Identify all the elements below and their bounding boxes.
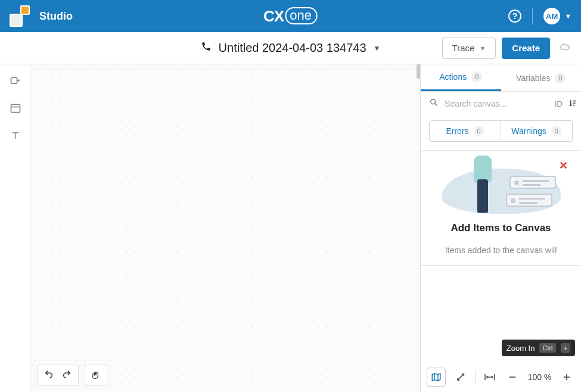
- undo-button[interactable]: [44, 369, 54, 381]
- brand-one: one: [285, 7, 318, 24]
- svg-rect-1: [11, 104, 20, 112]
- empty-state: ✕ Add Items to Canvas Items added to the…: [421, 151, 581, 266]
- document-title-group[interactable]: Untitled 2024-04-03 134743 ▼: [201, 41, 381, 55]
- kbd-plus: +: [561, 343, 570, 353]
- trace-label: Trace: [452, 43, 475, 53]
- errors-button[interactable]: Errors 0: [429, 120, 501, 142]
- divider: [475, 370, 476, 384]
- empty-description: Items added to the canvas will: [428, 245, 574, 257]
- fullscreen-button[interactable]: [452, 368, 468, 386]
- help-button[interactable]: ?: [508, 10, 521, 23]
- action-tool-button[interactable]: [7, 73, 24, 89]
- create-label: Create: [512, 43, 540, 53]
- fit-width-button[interactable]: [481, 368, 498, 386]
- zoom-in-tooltip: Zoom In Ctrl +: [502, 340, 575, 356]
- empty-title: Add Items to Canvas: [428, 222, 574, 234]
- zoom-out-button[interactable]: [504, 368, 521, 386]
- divider: [532, 8, 533, 24]
- document-toolbar: Untitled 2024-04-03 134743 ▼ Trace ▼ Cre…: [0, 32, 581, 64]
- tab-actions[interactable]: Actions 0: [421, 64, 501, 91]
- app-header: Studio CX one ? AM ▼: [0, 0, 581, 32]
- zoom-in-button[interactable]: [558, 368, 575, 386]
- app-logo-icon: [10, 5, 31, 27]
- errors-label: Errors: [446, 126, 468, 136]
- zoom-level: 100 %: [527, 372, 552, 382]
- minimap-button[interactable]: [427, 368, 446, 387]
- create-button[interactable]: Create: [502, 38, 550, 59]
- tab-actions-count: 0: [471, 71, 482, 82]
- sort-button[interactable]: [568, 99, 577, 109]
- container-tool-button[interactable]: [7, 100, 24, 117]
- tab-variables-count: 0: [555, 73, 566, 83]
- kbd-ctrl: Ctrl: [539, 343, 555, 353]
- errors-count: 0: [474, 126, 484, 136]
- search-row: ID: [421, 92, 581, 116]
- left-tool-strip: [0, 64, 31, 392]
- svg-point-5: [431, 99, 436, 104]
- panel-tabs: Actions 0 Variables 0: [421, 64, 581, 92]
- chevron-down-icon: ▼: [565, 13, 571, 20]
- warnings-label: Warnings: [511, 126, 546, 136]
- tab-variables[interactable]: Variables 0: [501, 64, 582, 91]
- chevron-down-icon: ▼: [479, 45, 486, 52]
- cloud-sync-icon[interactable]: [558, 41, 570, 55]
- zoom-toolbar: 100 %: [421, 362, 581, 392]
- undo-redo-group: [37, 365, 79, 386]
- canvas-area[interactable]: [31, 64, 420, 392]
- brand-logo: CX one: [263, 7, 318, 26]
- brand-cx: CX: [263, 7, 284, 26]
- search-input[interactable]: [445, 99, 549, 108]
- sort-id-label: ID: [555, 99, 563, 108]
- avatar: AM: [543, 8, 560, 24]
- errors-warnings-group: Errors 0 Warnings 0: [421, 116, 581, 151]
- warnings-count: 0: [551, 126, 562, 136]
- tab-variables-label: Variables: [516, 73, 550, 83]
- text-tool-button[interactable]: [7, 127, 24, 144]
- tooltip-label: Zoom In: [507, 344, 535, 353]
- tab-actions-label: Actions: [439, 72, 467, 82]
- phone-icon: [201, 41, 212, 55]
- svg-line-6: [435, 104, 437, 106]
- redo-button[interactable]: [62, 369, 72, 381]
- chevron-down-icon[interactable]: ▼: [374, 44, 381, 52]
- app-title: Studio: [39, 10, 73, 23]
- search-icon: [429, 98, 439, 110]
- empty-illustration: [442, 152, 561, 214]
- svg-rect-0: [11, 77, 17, 83]
- trace-button[interactable]: Trace ▼: [442, 38, 496, 59]
- document-title: Untitled 2024-04-03 134743: [219, 41, 366, 55]
- canvas-grid: [31, 64, 420, 392]
- properties-panel: Actions 0 Variables 0 ID Errors 0: [420, 64, 581, 392]
- pan-tool-button[interactable]: [85, 365, 107, 386]
- user-menu-button[interactable]: AM ▼: [543, 8, 571, 24]
- warnings-button[interactable]: Warnings 0: [501, 120, 573, 142]
